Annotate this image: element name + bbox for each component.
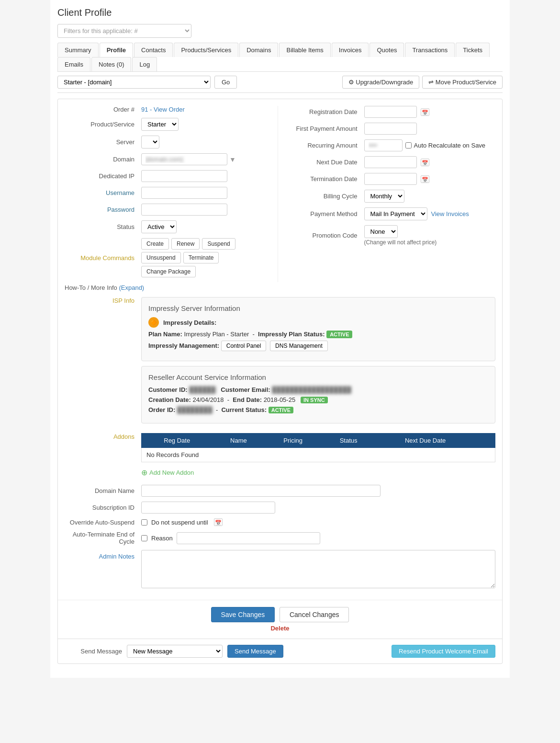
resend-welcome-email-button[interactable]: Resend Product Welcome Email [392,645,495,658]
auto-terminate-reason-input[interactable] [177,532,320,544]
move-product-button[interactable]: ⇌ Move Product/Service [422,76,503,89]
impressly-plan-row: Plan Name: Impressly Plan - Starter - Im… [148,331,488,338]
tab-log[interactable]: Log [132,57,157,71]
username-input[interactable] [141,187,227,199]
server-row: Server [65,136,273,149]
order-link[interactable]: 91 - View Order [141,106,185,113]
module-unsuspend-button[interactable]: Unsuspend [141,252,181,263]
dedicated-ip-row: Dedicated IP [65,170,273,182]
reg-date-label: Registration Date [288,108,364,115]
send-message-select[interactable]: New Message [127,645,223,658]
creation-date-label: Creation Date: [148,396,191,403]
module-change-package-button[interactable]: Change Package [141,266,196,277]
save-changes-button[interactable]: Save Changes [211,607,275,622]
module-suspend-button[interactable]: Suspend [202,238,235,250]
billing-cycle-select[interactable]: Monthly [364,190,404,203]
right-buttons: ⚙ Upgrade/Downgrade ⇌ Move Product/Servi… [342,76,503,89]
module-create-button[interactable]: Create [141,238,169,250]
override-auto-suspend-group: Do not suspend until 📅 [141,518,223,526]
two-col-form: Order # 91 - View Order Product/Service … [65,106,495,282]
tab-invoices[interactable]: Invoices [332,43,369,57]
impressly-icon: 🔶 [148,317,159,328]
end-date-label: End Date: [233,396,262,403]
password-input[interactable] [141,204,227,216]
next-due-date-calendar-icon[interactable]: 📅 [421,159,429,166]
domain-input[interactable] [141,153,227,165]
order-id-value: ████████ [177,406,213,413]
tab-tickets[interactable]: Tickets [456,43,490,57]
tab-billable-items[interactable]: Billable Items [279,43,330,57]
order-label: Order # [65,106,141,113]
plan-status-label: Impressly Plan Status: [258,331,325,338]
admin-notes-textarea[interactable] [141,550,495,588]
first-payment-label: First Payment Amount [288,125,364,132]
creation-date-row: Creation Date: 24/04/2018 - End Date: 20… [148,396,488,403]
termination-date-calendar-icon[interactable]: 📅 [421,175,429,183]
subscription-id-row: Subscription ID [65,502,495,514]
main-form-section: Order # 91 - View Order Product/Service … [57,99,503,664]
module-terminate-button[interactable]: Terminate [183,252,219,263]
module-renew-button[interactable]: Renew [171,238,200,250]
go-button[interactable]: Go [214,76,237,89]
auto-recalc-label: Auto Recalculate on Save [405,142,486,149]
view-invoices-link[interactable]: View Invoices [431,210,469,217]
addons-table: Reg Date Name Pricing Status Next Due Da… [141,433,495,462]
dedicated-ip-input[interactable] [141,170,227,182]
next-due-date-label: Next Due Date [288,159,364,166]
subscription-id-input[interactable] [141,502,275,514]
client-select-row: Filters for this applicable: # [57,24,503,38]
impressly-title: Impressly Server Information [148,304,488,312]
first-payment-input[interactable]: 0.00 [364,123,417,135]
upgrade-downgrade-button[interactable]: ⚙ Upgrade/Downgrade [342,76,420,89]
howto-row: How-To / More Info (Expand) [65,282,495,293]
auto-terminate-checkbox[interactable] [141,535,147,541]
admin-notes-row: Admin Notes [65,550,495,588]
delete-link[interactable]: Delete [65,625,495,632]
auto-terminate-row: Auto-Terminate End of Cycle Reason [65,531,495,545]
client-select[interactable]: Filters for this applicable: # [57,24,191,38]
product-select[interactable]: Starter - [domain] [57,76,211,89]
cancel-changes-button[interactable]: Cancel Changes [280,607,349,622]
col-status: Status [322,434,376,448]
tab-products-services[interactable]: Products/Services [174,43,238,57]
reg-date-calendar-icon[interactable]: 📅 [421,108,429,116]
password-label: Password [65,206,141,213]
domain-name-input[interactable] [141,485,381,497]
domain-dropdown-icon[interactable]: ▼ [229,156,236,163]
auto-recalc-checkbox[interactable] [405,142,412,149]
domain-name-row: Domain Name [65,485,495,497]
promotion-note: (Change will not affect price) [364,239,437,246]
subscription-id-label: Subscription ID [65,504,141,511]
reg-date-input[interactable]: 24/04/2018 [364,106,417,118]
customer-id-label: Customer ID: [148,386,188,393]
override-auto-suspend-label: Override Auto-Suspend [65,519,141,526]
send-message-button[interactable]: Send Message [227,645,283,658]
server-select[interactable] [141,136,159,149]
status-select[interactable]: Active [141,220,177,233]
add-addon-link[interactable]: ⊕ Add New Addon [141,468,194,477]
recurring-amount-input[interactable] [364,139,403,151]
tab-transactions[interactable]: Transactions [405,43,455,57]
status-label: Status [65,223,141,230]
promotion-code-select[interactable]: None [364,225,398,238]
termination-date-input[interactable] [364,173,417,185]
override-auto-suspend-checkbox[interactable] [141,519,147,526]
expand-link[interactable]: (Expand) [119,284,144,291]
impressly-management-label: Impressly Management: [148,342,219,349]
impressly-management-row: Impressly Management: Control Panel DNS … [148,341,488,351]
tab-summary[interactable]: Summary [57,43,99,57]
tab-emails[interactable]: Emails [57,57,90,71]
tab-domains[interactable]: Domains [239,43,278,57]
tab-notes[interactable]: Notes (0) [91,57,131,71]
next-due-date-input[interactable]: 25/05/2018 [364,156,417,168]
reseller-title: Reseller Account Service Information [148,373,488,381]
admin-notes-label: Admin Notes [65,553,141,560]
dns-management-button[interactable]: DNS Management [270,341,328,351]
tab-profile[interactable]: Profile [100,43,133,57]
tab-quotes[interactable]: Quotes [370,43,404,57]
tab-contacts[interactable]: Contacts [134,43,173,57]
control-panel-button[interactable]: Control Panel [221,341,267,351]
payment-method-select[interactable]: Mail In Payment [364,207,427,220]
product-service-select[interactable]: Starter [141,118,179,131]
override-calendar-icon[interactable]: 📅 [214,518,223,526]
